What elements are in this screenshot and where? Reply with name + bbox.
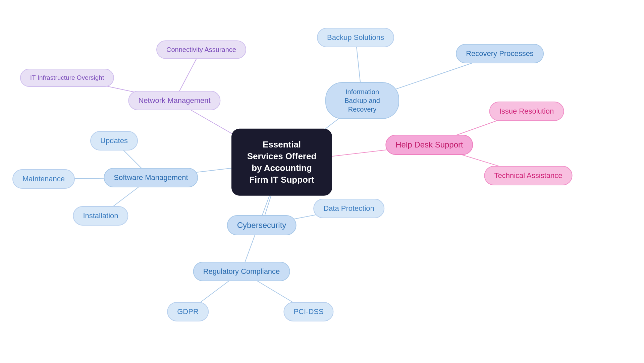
- node-maintenance: Maintenance: [12, 169, 75, 189]
- node-updates: Updates: [90, 131, 138, 150]
- node-connectivity-assurance: Connectivity Assurance: [156, 41, 246, 59]
- node-data-protection: Data Protection: [313, 199, 384, 218]
- node-it-infrastructure: IT Infrastructure Oversight: [20, 69, 114, 87]
- node-software-management: Software Management: [104, 168, 198, 187]
- node-pci-dss: PCI-DSS: [283, 302, 333, 321]
- node-gdpr: GDPR: [167, 302, 209, 321]
- node-backup-solutions: Backup Solutions: [317, 28, 394, 47]
- node-help-desk: Help Desk Support: [385, 135, 473, 155]
- node-recovery-processes: Recovery Processes: [456, 44, 544, 63]
- center-node: Essential Services Offered by Accounting…: [231, 129, 332, 196]
- node-issue-resolution: Issue Resolution: [489, 102, 564, 121]
- node-network-management: Network Management: [128, 91, 220, 110]
- node-cybersecurity: Cybersecurity: [227, 215, 297, 235]
- node-technical-assistance: Technical Assistance: [484, 166, 573, 185]
- mind-map: Essential Services Offered by Accounting…: [0, 0, 644, 363]
- node-regulatory-compliance: Regulatory Compliance: [193, 262, 290, 281]
- node-installation: Installation: [73, 206, 128, 226]
- node-info-backup: Information Backup and Recovery: [325, 82, 399, 119]
